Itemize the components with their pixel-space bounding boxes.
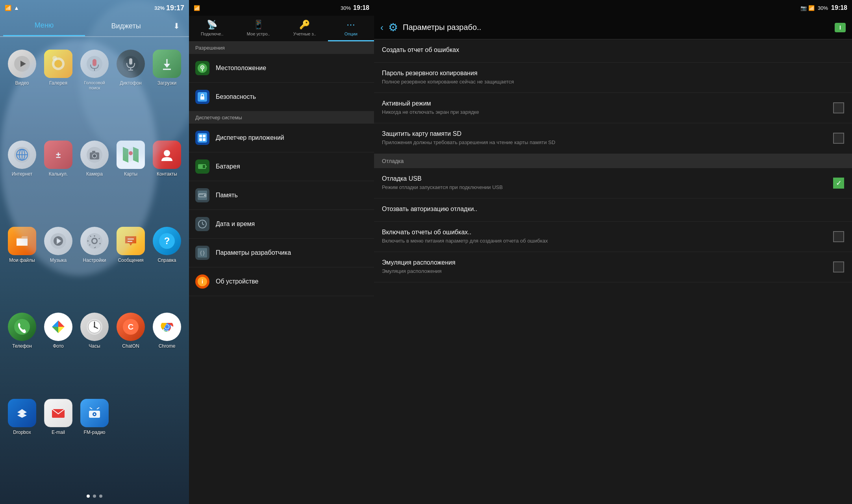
- errorreports-checkbox[interactable]: [833, 231, 844, 242]
- app-myfiles[interactable]: Мои файлы: [4, 222, 40, 308]
- app-contacts[interactable]: Контакты: [149, 136, 185, 222]
- svg-rect-74: [203, 135, 206, 137]
- home-tabs: Меню Виджеты ⬇: [0, 16, 189, 37]
- svg-rect-10: [129, 58, 132, 65]
- app-maps[interactable]: Карты: [113, 136, 149, 222]
- battery-indicator: I: [835, 23, 846, 32]
- app-icon-photos: [44, 313, 72, 341]
- app-icon-help: ?: [153, 227, 181, 255]
- dev-item-errorreports[interactable]: Включать отчеты об ошибках.. Включить в …: [374, 222, 852, 252]
- dot-3[interactable]: [99, 495, 102, 498]
- status-bar-left: 📶 ▲: [5, 5, 19, 11]
- app-phone[interactable]: Телефон: [4, 308, 40, 394]
- app-clock[interactable]: Часы: [76, 308, 113, 394]
- settings-item-about[interactable]: i Об устройстве: [189, 267, 374, 296]
- home-screen: 📶 ▲ 32% 19:17 Меню Виджеты ⬇ Видео: [0, 0, 189, 504]
- developer-panel: 📷 📶 30% 19:18 ‹ ⚙ Параметры разрабо.. I …: [374, 0, 852, 504]
- app-video[interactable]: Видео: [4, 45, 40, 136]
- app-downloads[interactable]: Загрузки: [149, 45, 185, 136]
- connections-icon: 📡: [207, 20, 217, 30]
- battery-settings-icon: [195, 159, 209, 174]
- app-help[interactable]: ? Справка: [149, 222, 185, 308]
- app-music[interactable]: Музыка: [40, 222, 76, 308]
- app-icon-downloads: [153, 50, 181, 78]
- settings-item-developer[interactable]: {} Параметры разработчика: [189, 239, 374, 267]
- app-email[interactable]: E-mail: [40, 394, 76, 480]
- tab-accounts[interactable]: 🔑 Учетные з..: [282, 16, 328, 41]
- dev-section-debug: Отладка: [374, 154, 852, 168]
- app-label-music: Музыка: [50, 258, 67, 263]
- dev-item-mocklocation-content: Эмуляция расположения Эмуляция расположе…: [382, 259, 827, 275]
- app-icon-messages: [117, 227, 145, 255]
- app-icon-chrome: [153, 313, 181, 341]
- app-icon-camera: [80, 141, 109, 169]
- tab-widgets[interactable]: Виджеты: [85, 17, 167, 36]
- developer-icon: {}: [195, 246, 209, 260]
- tab-mydevice[interactable]: 📱 Мое устро..: [235, 16, 282, 41]
- app-icon-myfiles: [8, 227, 36, 255]
- dev-item-stayawake[interactable]: Активный режим Никогда не отключать экра…: [374, 93, 852, 123]
- app-dictophone[interactable]: Диктофон: [113, 45, 149, 136]
- app-label-chrome: Chrome: [159, 343, 176, 349]
- tab-menu[interactable]: Меню: [3, 16, 85, 36]
- dev-item-backuppass[interactable]: Пароль резервного копирования Полное рез…: [374, 63, 852, 93]
- stayawake-checkbox[interactable]: [833, 102, 844, 113]
- app-photos[interactable]: Фото: [40, 308, 76, 394]
- svg-rect-78: [199, 165, 203, 168]
- svg-point-52: [94, 326, 95, 328]
- download-tab-button[interactable]: ⬇: [167, 21, 186, 31]
- app-internet[interactable]: Интернет: [4, 136, 40, 222]
- app-chaton[interactable]: C ChatON: [113, 308, 149, 394]
- app-camera[interactable]: Камера: [76, 136, 113, 222]
- dev-item-revokedebug[interactable]: Отозвать авторизацию отладки..: [374, 198, 852, 222]
- developer-content: Создать отчет об ошибках Пароль резервно…: [374, 39, 852, 504]
- mocklocation-checkbox[interactable]: [833, 261, 844, 272]
- tab-connections[interactable]: 📡 Подключе..: [189, 16, 235, 41]
- svg-rect-72: [198, 133, 207, 143]
- app-messages[interactable]: Сообщения: [113, 222, 149, 308]
- app-calc[interactable]: ± Калькул.: [40, 136, 76, 222]
- svg-point-67: [198, 63, 207, 73]
- settings-section-system: Диспетчер системы: [189, 111, 374, 124]
- dot-2[interactable]: [93, 495, 96, 498]
- settings-item-battery[interactable]: Батарея: [189, 152, 374, 181]
- dev-item-mocklocation[interactable]: Эмуляция расположения Эмуляция расположе…: [374, 252, 852, 282]
- dot-1[interactable]: [87, 495, 90, 498]
- settings-item-security[interactable]: Безопасность: [189, 83, 374, 111]
- svg-line-65: [97, 408, 99, 409]
- tab-options[interactable]: ⋯ Опции: [328, 16, 374, 41]
- settings-item-location[interactable]: Местоположение: [189, 54, 374, 83]
- app-icon-email: [44, 399, 72, 427]
- svg-point-5: [52, 56, 57, 61]
- app-settings[interactable]: Настройки: [76, 222, 113, 308]
- usbdebug-checkbox[interactable]: ✓: [833, 178, 844, 189]
- app-fmradio[interactable]: FM-радио: [76, 394, 113, 480]
- settings-item-storage[interactable]: Память: [189, 181, 374, 210]
- settings-item-datetime[interactable]: Дата и время: [189, 210, 374, 239]
- app-dropbox[interactable]: Dropbox: [4, 394, 40, 480]
- app-icon-fmradio: [80, 399, 109, 427]
- dev-item-bugreport[interactable]: Создать отчет об ошибках: [374, 39, 852, 63]
- sdcard-checkbox[interactable]: [833, 133, 844, 144]
- svg-point-46: [14, 319, 30, 335]
- app-icon-internet: [8, 141, 36, 169]
- svg-rect-27: [92, 151, 95, 152]
- settings-item-appmanager[interactable]: Диспетчер приложений: [189, 124, 374, 152]
- app-label-calc: Калькул.: [49, 171, 68, 177]
- back-button[interactable]: ‹: [380, 22, 383, 33]
- dev-item-sdcard[interactable]: Защитить карту памяти SD Приложения долж…: [374, 123, 852, 154]
- dev-status-icons: 📷 📶: [800, 5, 815, 11]
- app-icon-settings: [80, 227, 109, 255]
- app-gallery[interactable]: Галерея: [40, 45, 76, 136]
- developer-header: ‹ ⚙ Параметры разрабо.. I: [374, 16, 852, 39]
- accounts-icon: 🔑: [299, 20, 310, 30]
- svg-point-64: [94, 413, 95, 415]
- developer-title: Параметры разрабо..: [403, 23, 830, 32]
- app-chrome[interactable]: Chrome: [149, 308, 185, 394]
- svg-text:?: ?: [164, 235, 170, 246]
- app-voice[interactable]: Голосовой поиск: [76, 45, 113, 136]
- app-label-phone: Телефон: [12, 343, 32, 349]
- status-time: 19:17: [166, 4, 184, 12]
- app-label-settings: Настройки: [83, 258, 106, 263]
- dev-item-usbdebug[interactable]: Отладка USB Режим отладки запускается пр…: [374, 168, 852, 198]
